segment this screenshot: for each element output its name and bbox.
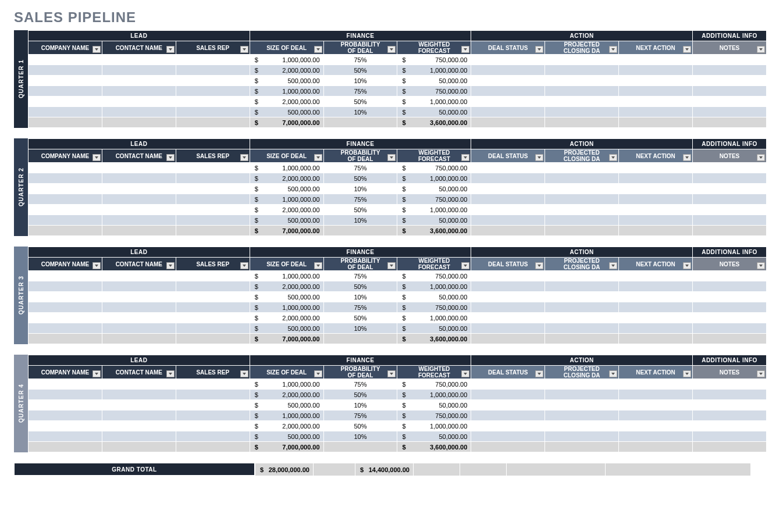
filter-dropdown-icon[interactable]: [683, 262, 691, 269]
cell-close[interactable]: [545, 379, 619, 390]
cell-company[interactable]: [29, 194, 102, 205]
cell-close[interactable]: [545, 76, 619, 86]
cell-next[interactable]: [619, 205, 693, 215]
col-header-notes[interactable]: NOTES: [693, 366, 767, 379]
filter-dropdown-icon[interactable]: [387, 46, 396, 53]
cell-prob[interactable]: 50%: [323, 173, 397, 184]
cell-close[interactable]: [545, 55, 619, 65]
filter-dropdown-icon[interactable]: [92, 262, 101, 269]
cell-forecast[interactable]: $750,000.00: [397, 410, 471, 421]
cell-company[interactable]: [29, 292, 102, 302]
cell-company[interactable]: [29, 281, 102, 292]
col-header-notes[interactable]: NOTES: [693, 258, 767, 271]
filter-dropdown-icon[interactable]: [92, 46, 101, 53]
cell-salesrep[interactable]: [176, 421, 250, 431]
cell-prob[interactable]: 50%: [323, 205, 397, 215]
cell-company[interactable]: [29, 205, 102, 215]
cell-contact[interactable]: [102, 281, 176, 292]
filter-dropdown-icon[interactable]: [535, 46, 543, 53]
col-header-close[interactable]: PROJECTEDCLOSING DA: [545, 41, 619, 55]
cell-contact[interactable]: [102, 292, 176, 302]
col-header-next[interactable]: NEXT ACTION: [619, 258, 693, 271]
filter-dropdown-icon[interactable]: [166, 262, 175, 269]
cell-notes[interactable]: [693, 184, 767, 194]
cell-notes[interactable]: [693, 205, 767, 215]
cell-notes[interactable]: [693, 107, 767, 117]
cell-prob[interactable]: 50%: [323, 65, 397, 76]
cell-contact[interactable]: [102, 323, 176, 334]
filter-dropdown-icon[interactable]: [535, 262, 543, 269]
filter-dropdown-icon[interactable]: [683, 154, 691, 161]
cell-deal[interactable]: $500,000.00: [250, 215, 323, 226]
filter-dropdown-icon[interactable]: [240, 46, 248, 53]
cell-deal[interactable]: $500,000.00: [250, 400, 323, 410]
cell-notes[interactable]: [693, 323, 767, 334]
cell-deal[interactable]: $2,000,000.00: [250, 281, 323, 292]
cell-company[interactable]: [29, 76, 102, 86]
cell-forecast[interactable]: $1,000,000.00: [397, 421, 471, 431]
cell-status[interactable]: [471, 410, 545, 421]
cell-status[interactable]: [471, 173, 545, 184]
cell-close[interactable]: [545, 421, 619, 431]
cell-prob[interactable]: 10%: [323, 431, 397, 442]
cell-forecast[interactable]: $50,000.00: [397, 184, 471, 194]
cell-close[interactable]: [545, 271, 619, 281]
cell-forecast[interactable]: $50,000.00: [397, 292, 471, 302]
cell-contact[interactable]: [102, 173, 176, 184]
cell-salesrep[interactable]: [176, 431, 250, 442]
cell-status[interactable]: [471, 271, 545, 281]
cell-notes[interactable]: [693, 281, 767, 292]
cell-next[interactable]: [619, 76, 693, 86]
cell-forecast[interactable]: $50,000.00: [397, 431, 471, 442]
cell-prob[interactable]: 75%: [323, 302, 397, 313]
cell-company[interactable]: [29, 215, 102, 226]
cell-status[interactable]: [471, 107, 545, 117]
col-header-status[interactable]: DEAL STATUS: [471, 366, 545, 379]
cell-salesrep[interactable]: [176, 76, 250, 86]
cell-contact[interactable]: [102, 431, 176, 442]
cell-company[interactable]: [29, 431, 102, 442]
cell-next[interactable]: [619, 390, 693, 400]
cell-prob[interactable]: 10%: [323, 215, 397, 226]
cell-deal[interactable]: $500,000.00: [250, 184, 323, 194]
cell-salesrep[interactable]: [176, 313, 250, 323]
filter-dropdown-icon[interactable]: [92, 154, 101, 161]
cell-prob[interactable]: 50%: [323, 421, 397, 431]
col-header-company[interactable]: COMPANY NAME: [29, 149, 102, 163]
cell-deal[interactable]: $500,000.00: [250, 292, 323, 302]
cell-contact[interactable]: [102, 65, 176, 76]
cell-company[interactable]: [29, 400, 102, 410]
cell-forecast[interactable]: $50,000.00: [397, 215, 471, 226]
cell-close[interactable]: [545, 205, 619, 215]
cell-prob[interactable]: 10%: [323, 323, 397, 334]
cell-contact[interactable]: [102, 194, 176, 205]
col-header-forecast[interactable]: WEIGHTEDFORECAST: [397, 366, 471, 379]
cell-contact[interactable]: [102, 107, 176, 117]
col-header-salesrep[interactable]: SALES REP: [176, 366, 250, 379]
cell-notes[interactable]: [693, 271, 767, 281]
cell-company[interactable]: [29, 410, 102, 421]
cell-status[interactable]: [471, 194, 545, 205]
col-header-salesrep[interactable]: SALES REP: [176, 149, 250, 163]
cell-forecast[interactable]: $750,000.00: [397, 163, 471, 173]
cell-next[interactable]: [619, 107, 693, 117]
cell-next[interactable]: [619, 65, 693, 76]
cell-forecast[interactable]: $50,000.00: [397, 107, 471, 117]
filter-dropdown-icon[interactable]: [387, 370, 396, 377]
cell-company[interactable]: [29, 271, 102, 281]
cell-close[interactable]: [545, 194, 619, 205]
cell-close[interactable]: [545, 215, 619, 226]
col-header-salesrep[interactable]: SALES REP: [176, 41, 250, 55]
cell-contact[interactable]: [102, 205, 176, 215]
cell-prob[interactable]: 75%: [323, 163, 397, 173]
cell-status[interactable]: [471, 313, 545, 323]
cell-next[interactable]: [619, 292, 693, 302]
col-header-close[interactable]: PROJECTEDCLOSING DA: [545, 258, 619, 271]
cell-status[interactable]: [471, 431, 545, 442]
cell-company[interactable]: [29, 379, 102, 390]
cell-prob[interactable]: 75%: [323, 86, 397, 97]
cell-next[interactable]: [619, 194, 693, 205]
cell-prob[interactable]: 75%: [323, 271, 397, 281]
cell-prob[interactable]: 10%: [323, 107, 397, 117]
col-header-close[interactable]: PROJECTEDCLOSING DA: [545, 149, 619, 163]
